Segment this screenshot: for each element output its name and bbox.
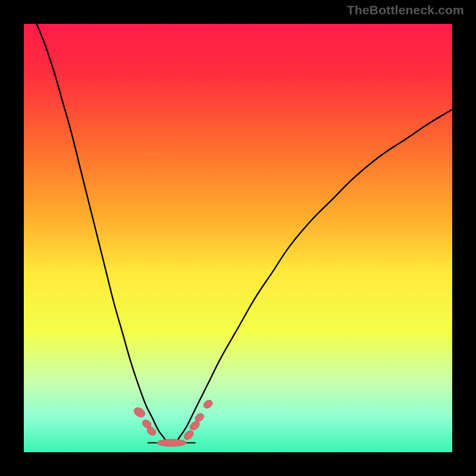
chart-background-gradient — [24, 24, 452, 452]
watermark-text: TheBottleneck.com — [347, 4, 464, 16]
chart-frame: TheBottleneck.com — [0, 0, 476, 476]
svg-rect-0 — [24, 24, 452, 452]
